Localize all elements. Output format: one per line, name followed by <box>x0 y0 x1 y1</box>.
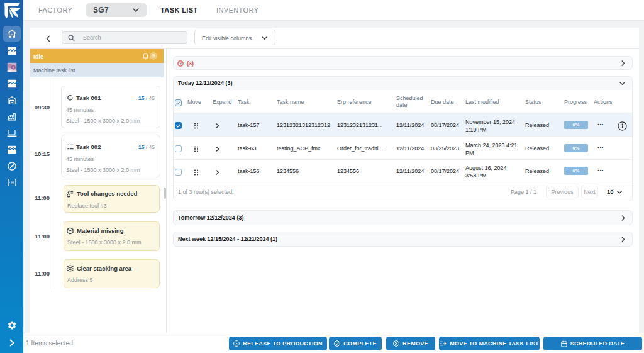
svg-text:?: ? <box>179 61 182 65</box>
